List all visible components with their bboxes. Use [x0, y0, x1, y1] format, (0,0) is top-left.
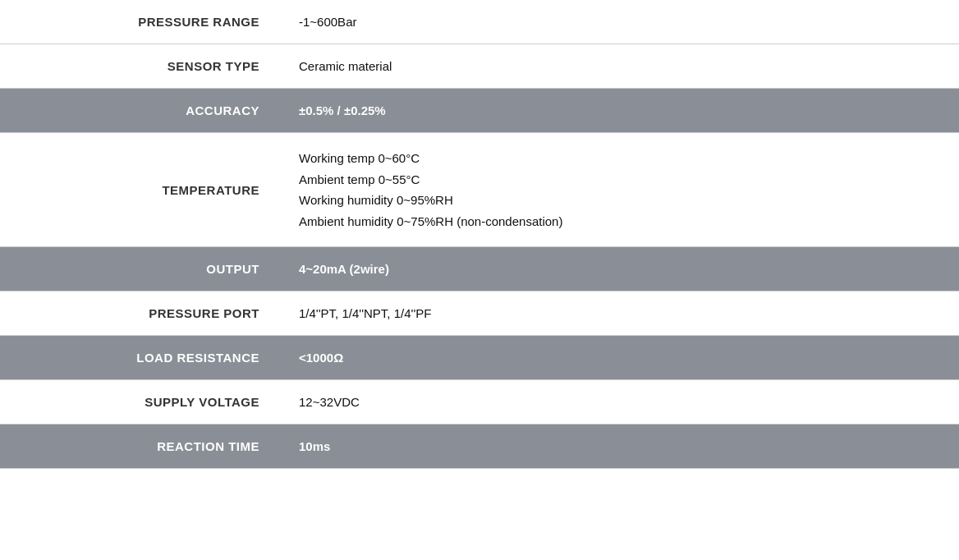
value-line: Ambient temp 0~55°C [299, 169, 939, 190]
row-reaction-time: REACTION TIME10ms [0, 425, 959, 469]
value-temperature: Working temp 0~60°CAmbient temp 0~55°CWo… [279, 133, 959, 247]
label-load-resistance: LOAD RESISTANCE [0, 336, 279, 380]
row-output: OUTPUT4~20mA (2wire) [0, 247, 959, 291]
label-temperature: TEMPERATURE [0, 133, 279, 247]
label-accuracy: ACCURACY [0, 89, 279, 133]
label-supply-voltage: SUPPLY VOLTAGE [0, 380, 279, 425]
value-pressure-range: -1~600Bar [279, 0, 959, 44]
label-sensor-type: SENSOR TYPE [0, 44, 279, 89]
row-accuracy: ACCURACY±0.5% / ±0.25% [0, 89, 959, 133]
row-temperature: TEMPERATUREWorking temp 0~60°CAmbient te… [0, 133, 959, 247]
value-accuracy: ±0.5% / ±0.25% [279, 89, 959, 133]
value-line: Ambient humidity 0~75%RH (non-condensati… [299, 211, 939, 232]
value-load-resistance: <1000Ω [279, 336, 959, 380]
value-pressure-port: 1/4''PT, 1/4''NPT, 1/4''PF [279, 291, 959, 336]
row-sensor-type: SENSOR TYPECeramic material [0, 44, 959, 89]
value-supply-voltage: 12~32VDC [279, 380, 959, 425]
value-line: Working humidity 0~95%RH [299, 190, 939, 211]
row-pressure-port: PRESSURE PORT1/4''PT, 1/4''NPT, 1/4''PF [0, 291, 959, 336]
row-pressure-range: PRESSURE RANGE-1~600Bar [0, 0, 959, 44]
label-pressure-range: PRESSURE RANGE [0, 0, 279, 44]
label-reaction-time: REACTION TIME [0, 425, 279, 469]
value-output: 4~20mA (2wire) [279, 247, 959, 291]
row-load-resistance: LOAD RESISTANCE<1000Ω [0, 336, 959, 380]
specs-table: PRESSURE RANGE-1~600BarSENSOR TYPECerami… [0, 0, 959, 469]
value-sensor-type: Ceramic material [279, 44, 959, 89]
value-line: Working temp 0~60°C [299, 148, 939, 169]
value-reaction-time: 10ms [279, 425, 959, 469]
label-output: OUTPUT [0, 247, 279, 291]
label-pressure-port: PRESSURE PORT [0, 291, 279, 336]
row-supply-voltage: SUPPLY VOLTAGE12~32VDC [0, 380, 959, 425]
